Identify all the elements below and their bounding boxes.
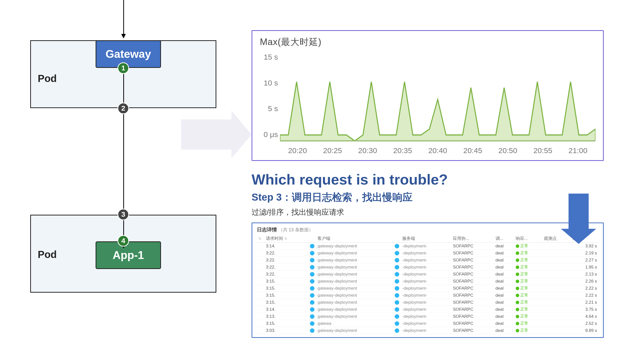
- table-row[interactable]: 3:14.gateway-deployment-deployment-SOFAR…: [257, 306, 598, 313]
- app-label: App-1: [113, 249, 144, 261]
- blue-down-arrow: [561, 194, 596, 244]
- log-panel: 日志详情 （共 13 条数据） ⇅ 请求时间 ⇅ 客户端 服务端 应用协... …: [252, 222, 604, 338]
- app-node: App-1: [96, 241, 161, 269]
- col-status[interactable]: 响应...: [514, 235, 542, 243]
- col-proto[interactable]: 应用协...: [451, 235, 494, 243]
- ok-icon: [516, 251, 519, 255]
- server-dot-icon: [395, 251, 399, 255]
- line-between-pods: [123, 114, 124, 210]
- step-circ-1: 1: [117, 62, 129, 74]
- log-table: ⇅ 请求时间 ⇅ 客户端 服务端 应用协... 调... 响应... 观测点 耗…: [257, 235, 598, 334]
- chart-area: 15 s 10 s 5 s 0 μs: [260, 51, 595, 146]
- table-row[interactable]: 3:14.gateway-deployment-deployment-SOFAR…: [257, 243, 598, 250]
- ok-icon: [516, 258, 519, 262]
- server-dot-icon: [395, 328, 399, 333]
- table-row[interactable]: 3:15.gatewa-deployment-SOFARPCdeal正常2.52…: [257, 320, 598, 327]
- server-dot-icon: [395, 265, 399, 270]
- table-row[interactable]: 3:22.gateway-deployment-deployment-SOFAR…: [257, 264, 598, 271]
- col-client[interactable]: 客户端: [316, 235, 393, 243]
- big-right-arrow: [181, 111, 252, 158]
- col-server[interactable]: 服务端: [401, 235, 452, 243]
- chart-title: Max(最大时延): [260, 36, 595, 48]
- client-dot-icon: [310, 314, 314, 319]
- client-dot-icon: [310, 328, 314, 333]
- table-row[interactable]: 3:13.gateway-deployment-deployment-SOFAR…: [257, 313, 598, 320]
- ok-icon: [516, 244, 519, 248]
- server-dot-icon: [395, 258, 399, 262]
- ok-icon: [516, 280, 519, 283]
- client-dot-icon: [310, 244, 314, 248]
- client-dot-icon: [310, 300, 314, 305]
- client-dot-icon: [310, 293, 314, 298]
- ok-icon: [516, 287, 519, 290]
- client-dot-icon: [310, 251, 314, 255]
- client-dot-icon: [310, 258, 314, 262]
- client-dot-icon: [310, 272, 314, 277]
- table-row[interactable]: 3:22.gateway-deployment-deployment-SOFAR…: [257, 257, 598, 264]
- ok-icon: [516, 329, 519, 332]
- sub-title: 过滤/排序，找出慢响应请求: [252, 207, 604, 217]
- ok-icon: [516, 273, 519, 276]
- client-dot-icon: [310, 286, 314, 291]
- sort-icon[interactable]: ⇅: [258, 237, 261, 241]
- line-in: [123, 0, 124, 35]
- client-dot-icon: [310, 279, 314, 284]
- table-row[interactable]: 3:22.gateway-deployment-deployment-SOFAR…: [257, 250, 598, 257]
- arrowhead-in: [121, 34, 126, 38]
- ok-icon: [516, 301, 519, 304]
- server-dot-icon: [395, 314, 399, 319]
- chart-panel: Max(最大时延) 15 s 10 s 5 s 0 μs 20:20 20:25…: [252, 30, 604, 161]
- log-table-body: 3:14.gateway-deployment-deployment-SOFAR…: [257, 243, 598, 334]
- pod-label-1: Pod: [38, 73, 57, 84]
- step-circ-3: 3: [117, 209, 129, 220]
- y-axis-labels: 15 s 10 s 5 s 0 μs: [260, 51, 280, 146]
- chart-plot: [280, 51, 595, 146]
- client-dot-icon: [310, 307, 314, 312]
- gateway-label: Gateway: [106, 48, 151, 60]
- log-header: 日志详情 （共 13 条数据）: [257, 226, 598, 233]
- question-title: Which request is in trouble?: [252, 171, 604, 188]
- client-dot-icon: [310, 321, 314, 326]
- server-dot-icon: [395, 307, 399, 312]
- x-axis-labels: 20:20 20:25 20:30 20:35 20:40 20:45 20:5…: [280, 146, 595, 155]
- step-circ-2: 2: [117, 103, 129, 114]
- pod-label-2: Pod: [38, 249, 57, 260]
- server-dot-icon: [395, 321, 399, 326]
- col-op[interactable]: 调...: [494, 235, 514, 243]
- col-time[interactable]: 请求时间 ⇅: [264, 235, 308, 243]
- right-panel: Max(最大时延) 15 s 10 s 5 s 0 μs 20:20 20:25…: [252, 30, 604, 338]
- server-dot-icon: [395, 272, 399, 277]
- table-row[interactable]: 3:03.gateway-deployment-deployment-SOFAR…: [257, 327, 598, 334]
- ok-icon: [516, 265, 519, 269]
- gateway-node: Gateway: [96, 40, 161, 68]
- server-dot-icon: [395, 300, 399, 305]
- ok-icon: [516, 308, 519, 311]
- step-title: Step 3：调用日志检索，找出慢响应: [252, 190, 604, 204]
- log-table-head: ⇅ 请求时间 ⇅ 客户端 服务端 应用协... 调... 响应... 观测点 耗…: [257, 235, 598, 243]
- client-dot-icon: [310, 265, 314, 270]
- ok-icon: [516, 294, 519, 297]
- table-row[interactable]: 3:15.gateway-deployment-deployment-SOFAR…: [257, 292, 598, 299]
- table-row[interactable]: 3:15.gateway-deployment-deployment-SOFAR…: [257, 299, 598, 306]
- step-circ-4: 4: [117, 235, 129, 247]
- table-row[interactable]: 3:22.gateway-deployment-deployment-SOFAR…: [257, 271, 598, 278]
- ok-icon: [516, 322, 519, 325]
- server-dot-icon: [395, 293, 399, 298]
- ok-icon: [516, 315, 519, 318]
- table-row[interactable]: 3:15.gateway-deployment-deployment-SOFAR…: [257, 278, 598, 285]
- server-dot-icon: [395, 244, 399, 248]
- server-dot-icon: [395, 286, 399, 291]
- server-dot-icon: [395, 279, 399, 284]
- chart-svg: [280, 51, 595, 146]
- table-row[interactable]: 3:15.gateway-deployment-deployment-SOFAR…: [257, 285, 598, 292]
